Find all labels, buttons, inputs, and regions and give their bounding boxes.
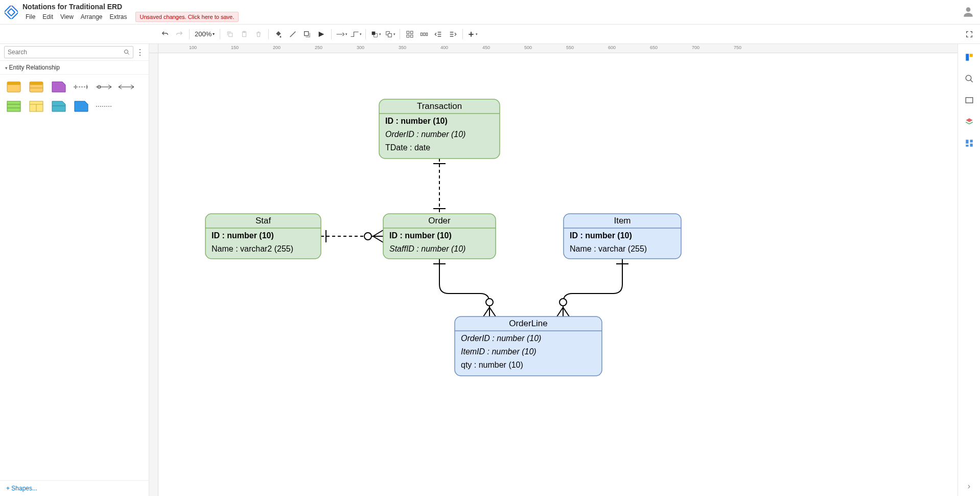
menu-edit[interactable]: Edit <box>39 12 56 21</box>
line-color-button[interactable] <box>286 28 299 41</box>
svg-rect-14 <box>411 35 413 37</box>
menu-file[interactable]: File <box>22 12 38 21</box>
svg-rect-0 <box>5 6 18 19</box>
waypoints-button[interactable]: ▾ <box>349 28 362 41</box>
to-back-button[interactable]: ▾ <box>383 28 396 41</box>
fill-color-button[interactable] <box>272 28 285 41</box>
menu-extras[interactable]: Extras <box>107 12 130 21</box>
delete-button[interactable] <box>252 28 265 41</box>
app-logo <box>4 5 18 19</box>
copy-button[interactable] <box>223 28 237 41</box>
svg-rect-1 <box>8 8 15 15</box>
document-title[interactable]: Notations for Traditional ERD <box>22 3 962 11</box>
svg-rect-11 <box>407 31 409 34</box>
app-header: Notations for Traditional ERD File Edit … <box>0 0 980 25</box>
svg-rect-17 <box>426 33 428 35</box>
align-button[interactable] <box>403 28 416 41</box>
svg-rect-7 <box>371 31 375 35</box>
save-notice[interactable]: Unsaved changes. Click here to save. <box>135 12 239 22</box>
paste-button[interactable] <box>238 28 251 41</box>
fullscreen-button[interactable] <box>963 28 976 41</box>
to-front-button[interactable]: ▾ <box>369 28 382 41</box>
menu-arrange[interactable]: Arrange <box>78 12 106 21</box>
title-area: Notations for Traditional ERD File Edit … <box>22 3 962 22</box>
undo-button[interactable] <box>158 28 172 41</box>
svg-rect-13 <box>407 35 409 37</box>
redo-button[interactable] <box>173 28 186 41</box>
svg-rect-6 <box>305 31 309 35</box>
menu-view[interactable]: View <box>57 12 77 21</box>
shadow-button[interactable] <box>300 28 314 41</box>
style-button[interactable] <box>315 28 328 41</box>
indent-left-button[interactable] <box>432 28 445 41</box>
indent-right-button[interactable] <box>446 28 459 41</box>
svg-rect-12 <box>411 31 413 34</box>
connection-button[interactable]: ▾ <box>335 28 348 41</box>
toolbar: 200% ▾ ▾ ▾ ▾ ▾ ▾ <box>0 25 980 44</box>
svg-rect-15 <box>421 33 423 35</box>
svg-rect-10 <box>388 33 391 37</box>
user-icon[interactable] <box>962 5 976 19</box>
zoom-selector[interactable]: 200% ▾ <box>193 29 217 39</box>
distribute-button[interactable] <box>417 28 431 41</box>
menu-bar: File Edit View Arrange Extras Unsaved ch… <box>22 12 962 22</box>
svg-point-2 <box>966 7 971 12</box>
insert-button[interactable]: ▾ <box>466 28 479 41</box>
svg-rect-16 <box>424 33 425 35</box>
svg-rect-3 <box>229 33 232 36</box>
